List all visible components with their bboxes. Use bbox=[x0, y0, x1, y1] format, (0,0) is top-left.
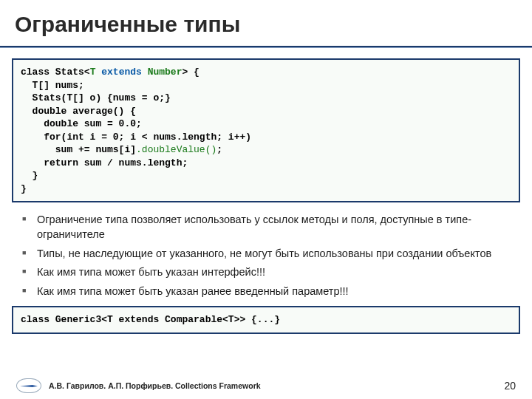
page-number: 20 bbox=[504, 380, 516, 392]
code-l7c: ; bbox=[216, 144, 222, 155]
logo-icon bbox=[16, 378, 41, 393]
code-block-generic3: class Generic3<T extends Comparable<T>> … bbox=[12, 306, 520, 334]
code-l1d: Number bbox=[148, 66, 183, 78]
title-rule bbox=[0, 46, 532, 48]
code-l9: } bbox=[21, 170, 38, 181]
code-l4: double average() { bbox=[21, 106, 136, 117]
list-item: Типы, не наследующие от указанного, не м… bbox=[27, 247, 517, 262]
footer: А.В. Гаврилов. А.П. Порфирьев. Collectio… bbox=[0, 378, 532, 393]
code-l7a: sum += nums[i] bbox=[21, 144, 136, 155]
code-l1a: class Stats< bbox=[21, 66, 90, 78]
bullet-list: Ограничение типа позволяет использовать … bbox=[27, 213, 517, 299]
code-l3: Stats(T[] o) {nums = o;} bbox=[21, 92, 171, 103]
code-l10: } bbox=[21, 183, 27, 194]
code2-text: class Generic3<T extends Comparable<T>> … bbox=[21, 314, 280, 325]
code-block-stats: class Stats<T extends Number> { T[] nums… bbox=[12, 58, 520, 202]
code-l1c: extends bbox=[95, 66, 147, 78]
list-item: Как имя типа может быть указан интерфейс… bbox=[27, 265, 517, 280]
code-l8: return sum / nums.length; bbox=[21, 157, 188, 168]
list-item: Ограничение типа позволяет использовать … bbox=[27, 213, 517, 242]
list-item: Как имя типа может быть указан ранее вве… bbox=[27, 284, 517, 299]
code-l1e: > { bbox=[182, 66, 199, 78]
code-l5: double sum = 0.0; bbox=[21, 118, 142, 129]
footer-text: А.В. Гаврилов. А.П. Порфирьев. Collectio… bbox=[49, 381, 261, 390]
code-l2: T[] nums; bbox=[21, 80, 84, 91]
code-l6: for(int i = 0; i < nums.length; i++) bbox=[21, 132, 251, 143]
slide-title: Ограниченные типы bbox=[0, 0, 532, 46]
code-l7b: .doubleValue() bbox=[136, 144, 216, 155]
footer-left: А.В. Гаврилов. А.П. Порфирьев. Collectio… bbox=[16, 378, 261, 393]
